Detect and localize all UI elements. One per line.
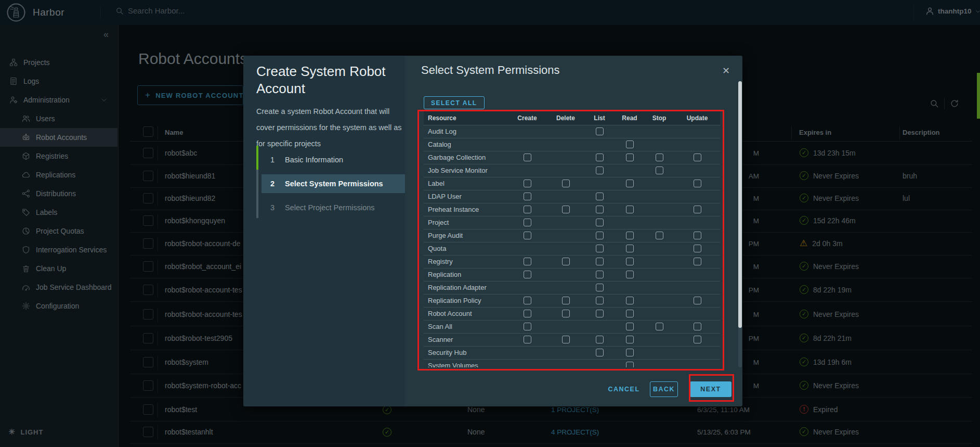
permissions-table-wrap: ResourceCreateDeleteListReadStopUpdate A… [424,111,720,367]
permission-checkbox-read[interactable] [626,310,634,317]
permission-checkbox-list[interactable] [596,154,604,161]
permission-checkbox-list[interactable] [596,336,604,343]
permissions-table: ResourceCreateDeleteListReadStopUpdate A… [424,111,720,367]
perm-resource-label: Security Hub [424,346,507,359]
permission-checkbox-create[interactable] [524,310,531,317]
permission-checkbox-list[interactable] [596,297,604,304]
permission-checkbox-read[interactable] [626,245,634,252]
permission-checkbox-create[interactable] [524,271,531,278]
cancel-button[interactable]: CANCEL [605,381,643,397]
panel-title: Select System Permissions [421,63,560,77]
perm-row: Replication [424,268,720,281]
select-all-button[interactable]: SELECT ALL [424,96,485,109]
permission-checkbox-create[interactable] [524,336,531,343]
perm-row: Catalog [424,138,720,151]
perm-column-header-create: Create [507,111,547,125]
permission-checkbox-create[interactable] [524,219,531,226]
back-button[interactable]: BACK [650,381,678,397]
perm-row: LDAP User [424,190,720,203]
permission-checkbox-stop[interactable] [656,323,663,330]
permission-checkbox-update[interactable] [694,154,701,161]
permission-checkbox-create[interactable] [524,180,531,187]
permission-checkbox-create[interactable] [524,323,531,330]
perm-row: Label [424,177,720,190]
permission-checkbox-create[interactable] [524,206,531,213]
perm-column-header-read: Read [615,111,644,125]
permission-checkbox-read[interactable] [626,271,634,278]
permission-checkbox-read[interactable] [626,258,634,265]
permission-checkbox-update[interactable] [694,297,701,304]
wizard-step-2[interactable]: 2Select System Permissions [262,174,405,193]
page-scrollbar-thumb[interactable] [977,73,980,119]
permission-checkbox-list[interactable] [596,127,604,135]
next-button[interactable]: NEXT [690,381,731,397]
permission-checkbox-create[interactable] [524,297,531,304]
permission-checkbox-delete[interactable] [562,206,570,213]
permission-checkbox-list[interactable] [596,193,604,200]
perm-resource-label: Replication [424,268,507,281]
permission-checkbox-create[interactable] [524,193,531,200]
permission-checkbox-create[interactable] [524,232,531,239]
permission-checkbox-list[interactable] [596,284,604,291]
perm-resource-label: Scan All [424,320,507,333]
step-progress-bar-complete [256,146,258,170]
permission-checkbox-list[interactable] [596,271,604,278]
perm-column-header-stop: Stop [644,111,674,125]
modal-title: Create System Robot Account [256,63,398,97]
step-progress-bar-remaining [256,170,258,218]
perm-row: Scanner [424,333,720,346]
perm-row: Audit Log [424,125,720,138]
perm-resource-label: Preheat Instance [424,203,507,216]
perm-row: Project [424,216,720,229]
permission-checkbox-update[interactable] [694,245,701,252]
permission-checkbox-read[interactable] [626,362,634,367]
permission-checkbox-read[interactable] [626,180,634,187]
permission-checkbox-list[interactable] [596,258,604,265]
wizard-step-1[interactable]: 1Basic Information [262,148,405,172]
permission-checkbox-delete[interactable] [562,297,570,304]
permission-checkbox-update[interactable] [694,323,701,330]
create-robot-modal: Create System Robot Account Create a sys… [243,56,742,406]
permission-checkbox-list[interactable] [596,219,604,226]
perm-resource-label: Garbage Collection [424,151,507,164]
permission-checkbox-delete[interactable] [562,258,570,265]
modal-content-panel: Select System Permissions ✕ SELECT ALL R… [405,56,742,406]
permission-checkbox-update[interactable] [694,206,701,213]
modal-wizard-sidebar: Create System Robot Account Create a sys… [243,56,405,406]
permission-checkbox-create[interactable] [524,258,531,265]
permission-checkbox-update[interactable] [694,258,701,265]
permission-checkbox-delete[interactable] [562,336,570,343]
permission-checkbox-read[interactable] [626,232,634,239]
permission-checkbox-read[interactable] [626,323,634,330]
permission-checkbox-delete[interactable] [562,180,570,187]
permission-checkbox-read[interactable] [626,349,634,356]
permission-checkbox-list[interactable] [596,206,604,213]
permission-checkbox-list[interactable] [596,349,604,356]
permission-checkbox-list[interactable] [596,245,604,252]
permission-checkbox-stop[interactable] [656,154,663,161]
permission-checkbox-list[interactable] [596,167,604,174]
modal-scrollbar-track[interactable] [738,81,742,367]
permission-checkbox-read[interactable] [626,336,634,343]
perm-row: Job Service Monitor [424,164,720,177]
permission-checkbox-list[interactable] [596,232,604,239]
perm-resource-label: Robot Account [424,307,507,320]
permission-checkbox-read[interactable] [626,154,634,161]
permission-checkbox-list[interactable] [596,310,604,317]
permission-checkbox-stop[interactable] [656,232,663,239]
perm-row: Quota [424,242,720,255]
permission-checkbox-create[interactable] [524,154,531,161]
permission-checkbox-stop[interactable] [656,167,663,174]
modal-scrollbar-thumb[interactable] [738,81,742,328]
permission-checkbox-read[interactable] [626,141,634,148]
permission-checkbox-update[interactable] [694,180,701,187]
perm-resource-label: Quota [424,242,507,255]
perm-column-header-update: Update [674,111,720,125]
permission-checkbox-read[interactable] [626,206,634,213]
permission-checkbox-update[interactable] [694,336,701,343]
permission-checkbox-update[interactable] [694,232,701,239]
close-icon[interactable]: ✕ [722,65,730,76]
permission-checkbox-read[interactable] [626,297,634,304]
wizard-step-3[interactable]: 3Select Project Permissions [262,196,405,220]
permission-checkbox-delete[interactable] [562,310,570,317]
